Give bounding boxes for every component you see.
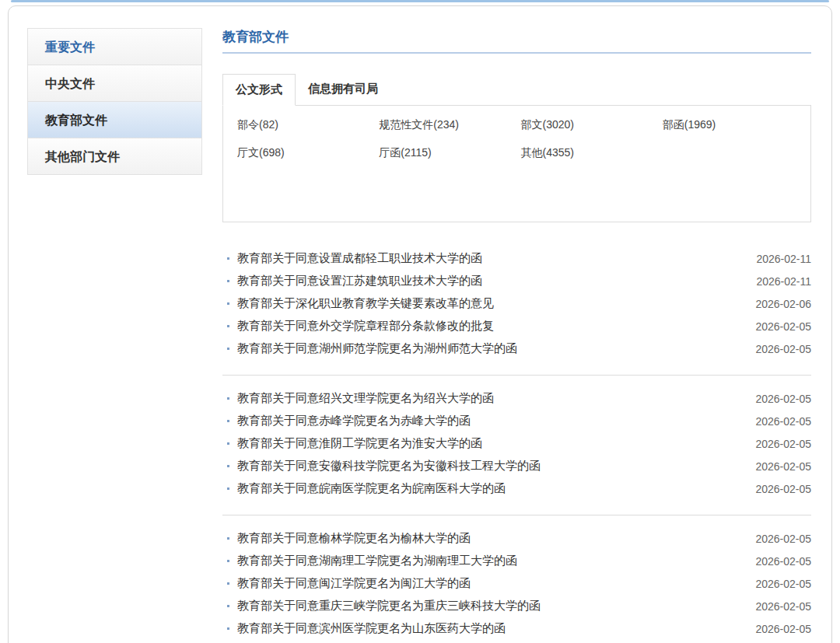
document-date: 2026-02-05 bbox=[755, 578, 811, 590]
category-link-4[interactable]: 部函(1969) bbox=[663, 118, 796, 132]
document-link[interactable]: 教育部关于同意湖南理工学院更名为湖南理工大学的函 bbox=[237, 554, 746, 568]
document-date: 2026-02-05 bbox=[755, 600, 811, 613]
document-link[interactable]: 教育部关于同意皖南医学院更名为皖南医科大学的函 bbox=[237, 481, 746, 496]
page-card: 重要文件中央文件教育部文件其他部门文件 教育部文件 公文形式信息拥有司局 部令(… bbox=[8, 5, 832, 643]
bullet-icon bbox=[227, 605, 229, 607]
document-row: 教育部关于同意重庆三峡学院更名为重庆三峡科技大学的函2026-02-05 bbox=[222, 595, 811, 617]
document-date: 2026-02-05 bbox=[755, 460, 811, 473]
document-group: 教育部关于同意榆林学院更名为榆林大学的函2026-02-05教育部关于同意湖南理… bbox=[222, 515, 811, 641]
document-link[interactable]: 教育部关于同意绍兴文理学院更名为绍兴大学的函 bbox=[237, 391, 746, 406]
document-date: 2026-02-05 bbox=[755, 438, 811, 450]
document-row: 教育部关于深化职业教育教学关键要素改革的意见2026-02-06 bbox=[222, 292, 811, 315]
bullet-icon bbox=[227, 442, 229, 445]
bullet-icon bbox=[227, 537, 229, 540]
bullet-icon bbox=[227, 487, 229, 490]
sidebar-item-4[interactable]: 其他部门文件 bbox=[28, 138, 201, 175]
document-row: 教育部关于同意绍兴文理学院更名为绍兴大学的函2026-02-05 bbox=[222, 387, 811, 410]
bullet-icon bbox=[227, 582, 229, 585]
document-link[interactable]: 教育部关于同意外交学院章程部分条款修改的批复 bbox=[237, 319, 746, 334]
document-date: 2026-02-11 bbox=[756, 253, 811, 265]
document-group: 教育部关于同意设置成都轻工职业技术大学的函2026-02-11教育部关于同意设置… bbox=[222, 246, 811, 362]
bullet-icon bbox=[227, 420, 229, 422]
document-date: 2026-02-06 bbox=[755, 298, 811, 310]
category-link-5[interactable]: 厅文(698) bbox=[237, 146, 371, 160]
document-row: 教育部关于同意外交学院章程部分条款修改的批复2026-02-05 bbox=[222, 315, 811, 337]
document-row: 教育部关于同意榆林学院更名为榆林大学的函2026-02-05 bbox=[222, 527, 811, 550]
tab-bar: 公文形式信息拥有司局 bbox=[222, 74, 811, 106]
document-date: 2026-02-05 bbox=[755, 343, 811, 355]
bullet-icon bbox=[227, 465, 229, 467]
bullet-icon bbox=[227, 302, 229, 305]
document-link[interactable]: 教育部关于同意榆林学院更名为榆林大学的函 bbox=[237, 531, 746, 546]
document-group: 教育部关于同意绍兴文理学院更名为绍兴大学的函2026-02-05教育部关于同意赤… bbox=[222, 375, 811, 501]
document-row: 教育部关于同意滨州医学院更名为山东医药大学的函2026-02-05 bbox=[222, 617, 811, 640]
sidebar: 重要文件中央文件教育部文件其他部门文件 bbox=[27, 28, 202, 175]
document-link[interactable]: 教育部关于同意闽江学院更名为闽江大学的函 bbox=[237, 576, 746, 591]
document-date: 2026-02-05 bbox=[755, 555, 811, 568]
document-row: 教育部关于同意赤峰学院更名为赤峰大学的函2026-02-05 bbox=[222, 410, 811, 432]
document-date: 2026-02-05 bbox=[755, 393, 811, 405]
bullet-icon bbox=[227, 280, 229, 282]
document-row: 教育部关于同意皖南医学院更名为皖南医科大学的函2026-02-05 bbox=[222, 477, 811, 500]
document-link[interactable]: 教育部关于同意赤峰学院更名为赤峰大学的函 bbox=[237, 414, 746, 428]
document-link[interactable]: 教育部关于同意湖州师范学院更名为湖州师范大学的函 bbox=[237, 341, 746, 356]
document-date: 2026-02-05 bbox=[755, 483, 811, 495]
bullet-icon bbox=[227, 627, 229, 630]
category-link-2[interactable]: 规范性文件(234) bbox=[379, 118, 513, 132]
sidebar-item-2[interactable]: 中央文件 bbox=[28, 65, 201, 102]
sidebar-item-1[interactable]: 重要文件 bbox=[28, 29, 201, 65]
page-title-bar: 教育部文件 bbox=[222, 28, 811, 54]
document-link[interactable]: 教育部关于同意滨州医学院更名为山东医药大学的函 bbox=[237, 621, 746, 636]
document-row: 教育部关于同意设置成都轻工职业技术大学的函2026-02-11 bbox=[222, 247, 811, 270]
bullet-icon bbox=[227, 325, 229, 327]
document-row: 教育部关于同意湖南理工学院更名为湖南理工大学的函2026-02-05 bbox=[222, 550, 811, 572]
category-link-3[interactable]: 部文(3020) bbox=[521, 118, 655, 132]
tab-2[interactable]: 信息拥有司局 bbox=[296, 74, 390, 105]
document-date: 2026-02-05 bbox=[755, 533, 811, 545]
document-link[interactable]: 教育部关于深化职业教育教学关键要素改革的意见 bbox=[237, 296, 746, 311]
document-row: 教育部关于同意闽江学院更名为闽江大学的函2026-02-05 bbox=[222, 572, 811, 595]
bullet-icon bbox=[227, 348, 229, 350]
document-link[interactable]: 教育部关于同意设置江苏建筑职业技术大学的函 bbox=[237, 274, 747, 288]
document-row: 教育部关于同意湖州师范学院更名为湖州师范大学的函2026-02-05 bbox=[222, 337, 811, 360]
document-list: 教育部关于同意设置成都轻工职业技术大学的函2026-02-11教育部关于同意设置… bbox=[222, 246, 811, 641]
document-date: 2026-02-05 bbox=[755, 415, 811, 428]
category-box: 部令(82)规范性文件(234)部文(3020)部函(1969)厅文(698)厅… bbox=[222, 106, 811, 222]
document-date: 2026-02-05 bbox=[755, 623, 811, 635]
tab-1[interactable]: 公文形式 bbox=[222, 74, 296, 106]
document-row: 教育部关于同意设置江苏建筑职业技术大学的函2026-02-11 bbox=[222, 270, 811, 292]
bullet-icon bbox=[227, 560, 229, 562]
category-link-6[interactable]: 厅函(2115) bbox=[379, 146, 513, 160]
document-link[interactable]: 教育部关于同意设置成都轻工职业技术大学的函 bbox=[237, 251, 747, 266]
page-title: 教育部文件 bbox=[222, 30, 289, 44]
category-grid: 部令(82)规范性文件(234)部文(3020)部函(1969)厅文(698)厅… bbox=[237, 118, 796, 160]
category-link-1[interactable]: 部令(82) bbox=[237, 118, 371, 132]
document-link[interactable]: 教育部关于同意安徽科技学院更名为安徽科技工程大学的函 bbox=[237, 459, 746, 474]
bullet-icon bbox=[227, 397, 229, 400]
bullet-icon bbox=[227, 257, 229, 260]
document-date: 2026-02-11 bbox=[756, 275, 811, 288]
document-row: 教育部关于同意安徽科技学院更名为安徽科技工程大学的函2026-02-05 bbox=[222, 455, 811, 477]
document-link[interactable]: 教育部关于同意重庆三峡学院更名为重庆三峡科技大学的函 bbox=[237, 599, 746, 613]
document-link[interactable]: 教育部关于同意淮阴工学院更名为淮安大学的函 bbox=[237, 436, 746, 451]
top-header-edge bbox=[11, 0, 829, 2]
main-content: 教育部文件 公文形式信息拥有司局 部令(82)规范性文件(234)部文(3020… bbox=[222, 28, 811, 643]
document-row: 教育部关于同意淮阴工学院更名为淮安大学的函2026-02-05 bbox=[222, 432, 811, 455]
category-link-7[interactable]: 其他(4355) bbox=[521, 146, 655, 160]
sidebar-item-3[interactable]: 教育部文件 bbox=[28, 102, 201, 138]
document-date: 2026-02-05 bbox=[755, 320, 811, 333]
